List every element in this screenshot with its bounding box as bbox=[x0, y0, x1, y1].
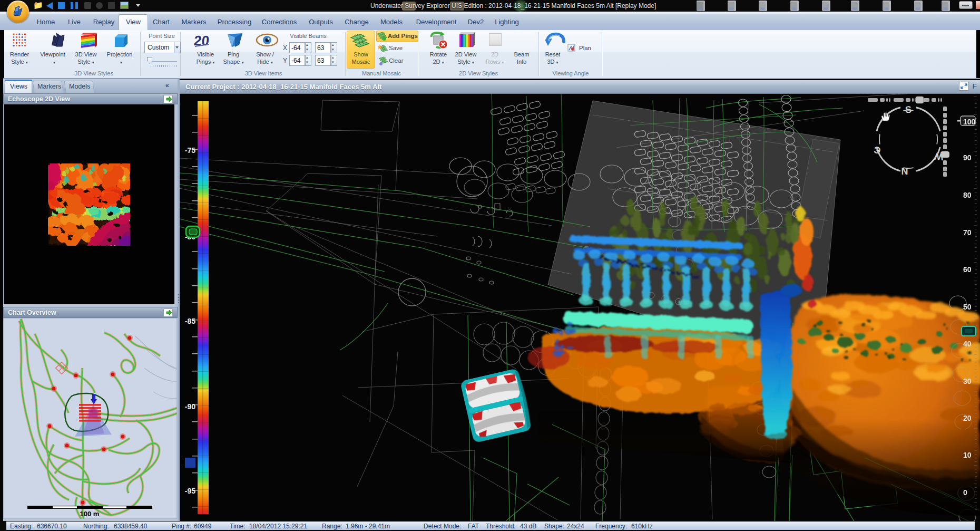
svg-text:-95: -95 bbox=[185, 487, 195, 495]
svg-text:-90: -90 bbox=[185, 402, 195, 411]
svg-text:80: 80 bbox=[963, 191, 972, 199]
svg-text:100: 100 bbox=[963, 118, 976, 126]
svg-text:90: 90 bbox=[963, 153, 972, 162]
svg-text:60: 60 bbox=[963, 265, 972, 274]
svg-text:N: N bbox=[901, 166, 908, 176]
svg-text:100 m: 100 m bbox=[80, 510, 100, 518]
svg-text:10: 10 bbox=[963, 451, 972, 459]
svg-text:-85: -85 bbox=[185, 317, 195, 325]
svg-text:0: 0 bbox=[963, 488, 967, 497]
svg-text:-75: -75 bbox=[185, 146, 195, 155]
svg-text:70: 70 bbox=[963, 228, 972, 237]
svg-text:S: S bbox=[905, 104, 912, 115]
svg-text:50: 50 bbox=[963, 303, 972, 311]
